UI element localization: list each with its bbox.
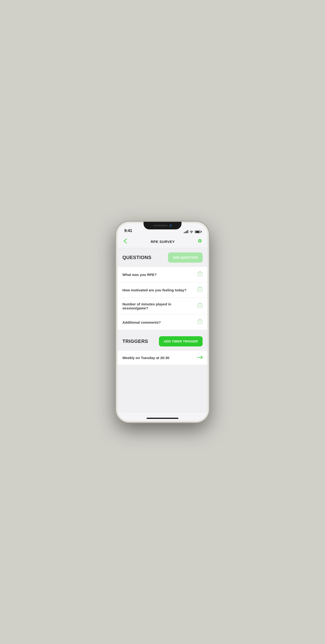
notch <box>144 222 181 230</box>
question-item-4: Additional comments? <box>118 315 207 330</box>
delete-question-4-button[interactable] <box>197 319 203 326</box>
svg-rect-12 <box>198 320 202 324</box>
settings-button[interactable] <box>196 238 203 245</box>
status-icons <box>184 230 201 233</box>
camera <box>169 224 172 227</box>
home-indicator <box>118 413 207 421</box>
question-text-1: What was you RPE? <box>122 272 197 277</box>
triggers-title: TRIGGERS <box>122 338 148 344</box>
add-question-button[interactable]: ADD QUESTION <box>168 252 203 263</box>
delete-question-3-button[interactable] <box>197 303 203 310</box>
section-divider <box>118 330 207 332</box>
question-item-1: What was you RPE? <box>118 267 207 282</box>
question-text-2: How motivated are you feeling today? <box>122 288 197 292</box>
phone-screen: 9:41 <box>118 223 207 421</box>
question-text-4: Additional comments? <box>122 320 197 324</box>
svg-rect-8 <box>198 304 202 308</box>
trigger-item-1: Weekly on Tuesday at 20:30 <box>118 351 207 365</box>
question-text-3: Number of minutes played in session/game… <box>122 302 197 310</box>
empty-space <box>118 365 207 412</box>
home-bar <box>147 418 178 419</box>
page-title: RPE SURVEY <box>151 240 175 244</box>
wifi-icon <box>190 230 193 233</box>
trigger-text-1: Weekly on Tuesday at 20:30 <box>122 356 169 360</box>
phone-device: 9:41 <box>116 222 209 422</box>
scroll-content[interactable]: QUESTIONS ADD QUESTION What was you RPE? <box>118 248 207 413</box>
trigger-arrow-button-1[interactable] <box>197 355 203 360</box>
questions-title: QUESTIONS <box>122 255 151 260</box>
questions-section-header: QUESTIONS ADD QUESTION <box>118 248 207 267</box>
add-timer-trigger-button[interactable]: ADD TIMER TRIGGER <box>159 336 203 346</box>
battery-icon <box>195 230 201 233</box>
signal-icon <box>184 230 188 233</box>
app-content: RPE SURVEY QUESTIONS ADD QUESTION W <box>118 235 207 421</box>
delete-question-1-button[interactable] <box>197 271 203 278</box>
status-time: 9:41 <box>124 228 132 233</box>
svg-rect-0 <box>198 272 202 276</box>
svg-rect-4 <box>198 288 202 292</box>
nav-header: RPE SURVEY <box>118 235 207 248</box>
triggers-section-header: TRIGGERS ADD TIMER TRIGGER <box>118 332 207 351</box>
question-item-3: Number of minutes played in session/game… <box>118 298 207 315</box>
question-item-2: How motivated are you feeling today? <box>118 282 207 298</box>
delete-question-2-button[interactable] <box>197 286 203 293</box>
speaker <box>153 225 167 226</box>
back-button[interactable] <box>122 238 129 244</box>
